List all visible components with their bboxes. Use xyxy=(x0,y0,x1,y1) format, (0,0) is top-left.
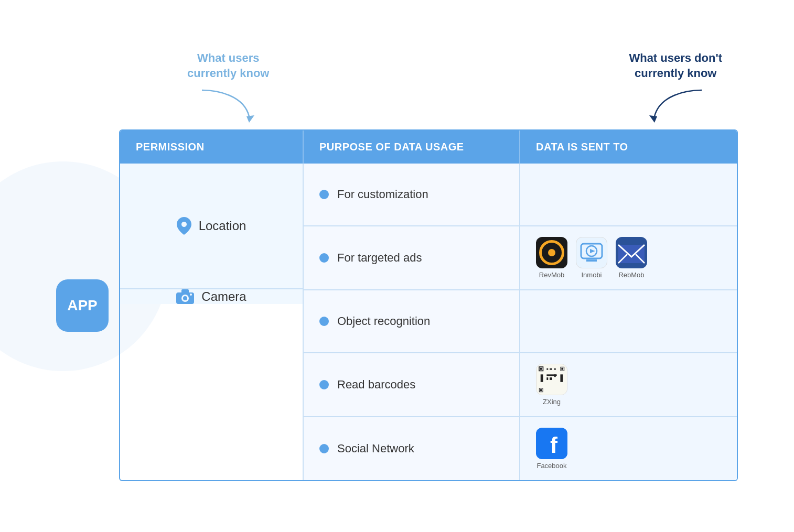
dot-icon xyxy=(319,380,329,389)
permission-camera-cell: Camera xyxy=(120,289,303,304)
data-table: PERMISSION PURPOSE OF DATA USAGE DATA IS… xyxy=(119,129,738,481)
left-annotation-label: What users currently know xyxy=(187,51,269,81)
sent-to-customization xyxy=(520,164,737,225)
svg-rect-5 xyxy=(181,289,189,294)
svg-marker-0 xyxy=(246,115,254,123)
service-revmob: RevMob xyxy=(536,237,567,279)
service-inmobi: Inmobi xyxy=(576,237,607,279)
svg-rect-21 xyxy=(540,368,542,370)
inmobi-icon xyxy=(576,237,607,268)
table-header: PERMISSION PURPOSE OF DATA USAGE DATA IS… xyxy=(120,131,737,164)
data-row-targeted-ads: For targeted ads RevMob xyxy=(304,226,737,290)
facebook-icon: f xyxy=(536,428,567,459)
left-arrow-icon xyxy=(197,85,260,122)
permission-location-cell: Location xyxy=(120,164,303,289)
app-box: APP xyxy=(56,279,109,332)
rebmob-label: RebMob xyxy=(618,271,644,279)
revmob-label: RevMob xyxy=(539,271,564,279)
purpose-text-social: Social Network xyxy=(337,442,414,455)
table-body: Location xyxy=(120,164,737,480)
service-rebmob: RebMob xyxy=(616,237,647,279)
main-content: What users currently know What users don… xyxy=(56,51,738,481)
annotation-left: What users currently know xyxy=(187,51,269,122)
data-row-social: Social Network f xyxy=(304,417,737,480)
zxing-icon xyxy=(536,364,567,395)
svg-marker-1 xyxy=(649,115,657,123)
svg-rect-23 xyxy=(540,389,542,391)
sent-to-barcodes: ZXing xyxy=(520,353,737,416)
permission-column: Location xyxy=(120,164,304,480)
camera-label: Camera xyxy=(201,289,246,304)
dot-icon xyxy=(319,190,329,199)
svg-rect-24 xyxy=(546,368,548,370)
purpose-targeted-ads: For targeted ads xyxy=(304,226,520,289)
svg-text:f: f xyxy=(550,433,558,458)
purpose-text-customization: For customization xyxy=(337,188,428,201)
location-icon xyxy=(177,217,191,235)
right-columns: For customization For targeted ads xyxy=(304,164,737,480)
svg-point-4 xyxy=(183,296,187,300)
purpose-text-barcodes: Read barcodes xyxy=(337,378,415,392)
dot-icon xyxy=(319,253,329,263)
page-container: What users currently know What users don… xyxy=(0,0,794,532)
inmobi-label: Inmobi xyxy=(581,271,602,279)
app-label: APP xyxy=(67,297,98,314)
purpose-object-recognition: Object recognition xyxy=(304,290,520,352)
service-facebook: f Facebook xyxy=(536,428,567,470)
purpose-social: Social Network xyxy=(304,417,520,480)
rebmob-icon xyxy=(616,237,647,268)
svg-rect-30 xyxy=(550,377,552,380)
svg-rect-26 xyxy=(554,368,556,370)
zxing-label: ZXing xyxy=(543,398,561,406)
annotation-row: What users currently know What users don… xyxy=(56,51,738,127)
right-arrow-icon xyxy=(644,85,707,122)
purpose-text-object-recognition: Object recognition xyxy=(337,314,430,328)
service-zxing: ZXing xyxy=(536,364,567,406)
sent-to-targeted-ads: RevMob xyxy=(520,226,737,289)
svg-rect-25 xyxy=(550,368,552,370)
right-annotation-label: What users don't currently know xyxy=(629,51,722,81)
header-sent-to: DATA IS SENT TO xyxy=(520,131,737,164)
annotation-right: What users don't currently know xyxy=(629,51,722,122)
facebook-label: Facebook xyxy=(537,462,566,470)
svg-rect-8 xyxy=(586,259,597,262)
camera-icon xyxy=(176,289,194,304)
svg-rect-22 xyxy=(561,368,563,370)
purpose-text-targeted-ads: For targeted ads xyxy=(337,251,422,265)
permission-location-inner: Location xyxy=(177,217,246,235)
svg-rect-29 xyxy=(546,377,548,380)
data-row-customization: For customization xyxy=(304,164,737,226)
header-purpose: PURPOSE OF DATA USAGE xyxy=(304,131,520,164)
sent-to-object-recognition xyxy=(520,290,737,352)
app-box-wrapper: APP xyxy=(56,129,109,481)
dot-icon xyxy=(319,317,329,326)
svg-rect-32 xyxy=(554,374,556,377)
purpose-barcodes: Read barcodes xyxy=(304,353,520,416)
sent-to-social: f Facebook xyxy=(520,417,737,480)
dot-icon xyxy=(319,444,329,453)
table-area: APP PERMISSION PURPOSE OF DATA USAGE DAT… xyxy=(56,129,738,481)
svg-rect-31 xyxy=(560,374,563,382)
svg-point-6 xyxy=(190,294,192,296)
data-row-object-recognition: Object recognition xyxy=(304,290,737,353)
location-label: Location xyxy=(199,219,246,233)
revmob-icon xyxy=(536,237,567,268)
data-row-barcodes: Read barcodes xyxy=(304,353,737,417)
svg-rect-28 xyxy=(541,374,543,382)
header-permission: PERMISSION xyxy=(120,131,304,164)
permission-camera-inner: Camera xyxy=(176,289,246,304)
purpose-customization: For customization xyxy=(304,164,520,225)
